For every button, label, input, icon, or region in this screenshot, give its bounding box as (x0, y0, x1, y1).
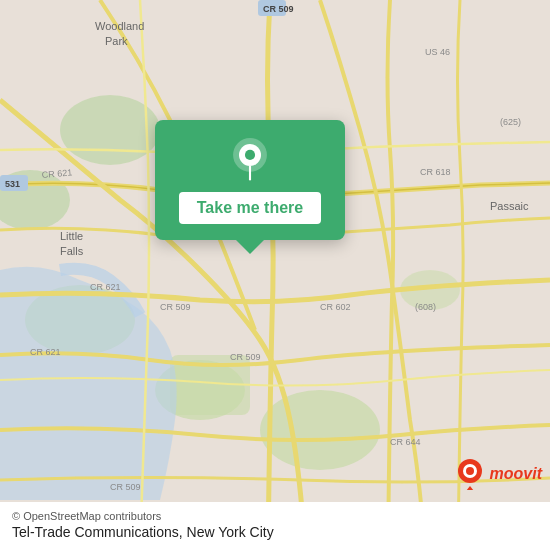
svg-point-36 (466, 467, 474, 475)
svg-text:Passaic: Passaic (490, 200, 529, 212)
map-attribution: © OpenStreetMap contributors (12, 510, 538, 522)
svg-point-3 (260, 390, 380, 470)
svg-marker-34 (462, 486, 478, 490)
svg-text:(625): (625) (500, 117, 521, 127)
svg-text:CR 644: CR 644 (390, 437, 421, 447)
svg-text:CR 509: CR 509 (263, 4, 294, 14)
svg-text:CR 621: CR 621 (30, 347, 61, 357)
svg-text:Little: Little (60, 230, 83, 242)
svg-point-32 (245, 150, 255, 160)
take-me-there-button[interactable]: Take me there (179, 192, 321, 224)
popup-card: Take me there (155, 120, 345, 240)
svg-text:CR 602: CR 602 (320, 302, 351, 312)
moovit-icon (454, 458, 486, 490)
moovit-logo: moovit (454, 458, 542, 490)
place-name-label: Tel-Trade Communications, New York City (12, 524, 538, 540)
svg-text:CR 621: CR 621 (90, 282, 121, 292)
moovit-text-label: moovit (490, 465, 542, 483)
svg-text:CR 618: CR 618 (420, 167, 451, 177)
svg-text:CR 509: CR 509 (230, 352, 261, 362)
svg-text:CR 509: CR 509 (160, 302, 191, 312)
svg-text:(608): (608) (415, 302, 436, 312)
svg-text:Woodland: Woodland (95, 20, 144, 32)
svg-text:US 46: US 46 (425, 47, 450, 57)
svg-text:531: 531 (5, 179, 20, 189)
svg-text:Falls: Falls (60, 245, 84, 257)
bottom-bar: © OpenStreetMap contributors Tel-Trade C… (0, 502, 550, 550)
svg-text:Park: Park (105, 35, 128, 47)
location-pin-icon (228, 138, 272, 182)
map-container: CR 621 CR 621 CR 621 CR 509 CR 509 CR 50… (0, 0, 550, 550)
svg-text:CR 509: CR 509 (110, 482, 141, 492)
